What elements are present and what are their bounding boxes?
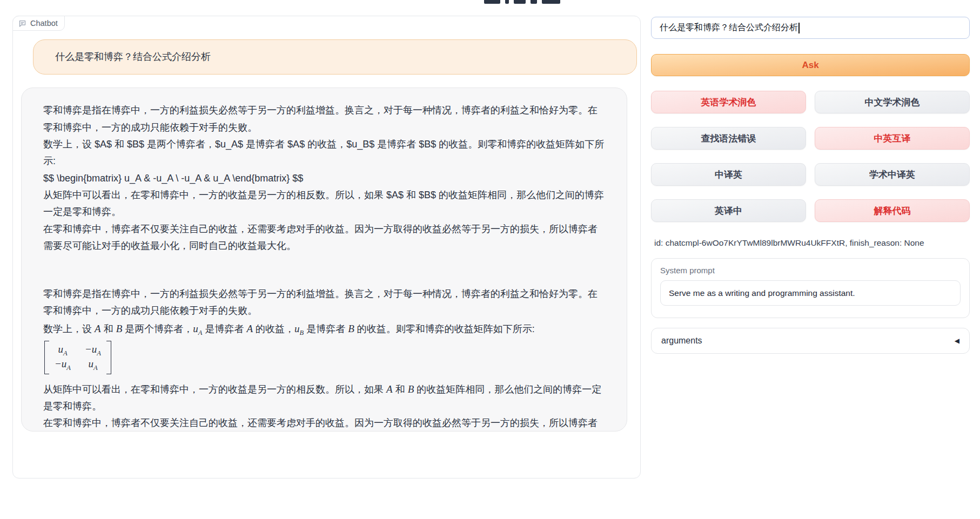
inline-math: uA	[193, 323, 202, 334]
bot-paragraph: 在零和博弈中，博弈者不仅要关注自己的收益，还需要考虑对手的收益。因为一方取得的收…	[43, 415, 605, 432]
user-message: 什么是零和博弈？结合公式介绍分析	[33, 39, 637, 75]
inline-math: uA	[88, 358, 97, 369]
system-prompt-group: System prompt Serve me as a writing and …	[651, 258, 970, 318]
quick-button-en-to-zh[interactable]: 英译中	[651, 199, 806, 222]
bot-message: 零和博弈是指在博弈中，一方的利益损失必然等于另一方的利益增益。换言之，对于每一种…	[21, 87, 627, 432]
inline-math: uB	[294, 323, 304, 334]
page-title-cropped	[484, 0, 560, 4]
arguments-accordion-label: arguments	[661, 336, 702, 346]
arguments-accordion[interactable]: arguments ◀	[651, 328, 970, 354]
bot-paragraph: 零和博弈是指在博弈中，一方的利益损失必然等于另一方的利益增益。换言之，对于每一种…	[43, 102, 605, 136]
bot-message-rendered-part: 零和博弈是指在博弈中，一方的利益损失必然等于另一方的利益增益。换言之，对于每一种…	[43, 286, 605, 432]
inline-math: B	[408, 383, 414, 395]
quick-button-zh-to-en[interactable]: 中译英	[651, 163, 806, 186]
quick-button-academic-zh-to-en[interactable]: 学术中译英	[815, 163, 970, 186]
inline-math: A	[246, 323, 253, 334]
inline-math: B	[348, 323, 354, 334]
quick-button-chinese-academic-polish[interactable]: 中文学术润色	[815, 91, 970, 113]
accordion-collapse-icon: ◀	[955, 337, 959, 345]
quick-buttons-grid: 英语学术润色 中文学术润色 查找语法错误 中英互译 中译英 学术中译英 英译中 …	[651, 91, 970, 222]
inline-math: A	[95, 323, 101, 334]
inline-math: uA	[58, 343, 67, 355]
inline-math: −uA	[85, 343, 101, 355]
bot-paragraph: 数学上，设 $A$ 和 $B$ 是两个博弈者，$u_A$ 是博弈者 $A$ 的收…	[43, 136, 605, 170]
quick-button-find-grammar-errors[interactable]: 查找语法错误	[651, 127, 806, 150]
bot-message-raw-part: 零和博弈是指在博弈中，一方的利益损失必然等于另一方的利益增益。换言之，对于每一种…	[43, 102, 605, 254]
bot-paragraph: 从矩阵中可以看出，在零和博弈中，一方的收益是另一方的相反数。所以，如果 A 和 …	[43, 380, 605, 415]
bot-paragraph: 数学上，设 A 和 B 是两个博弈者，uA 是博弈者 A 的收益，uB 是博弈者…	[43, 320, 605, 339]
quick-button-zh-en-mutual-translate[interactable]: 中英互译	[815, 127, 970, 150]
question-input[interactable]: 什么是零和博弈？结合公式介绍分析	[651, 17, 970, 39]
chat-messages: 什么是零和博弈？结合公式介绍分析 零和博弈是指在博弈中，一方的利益损失必然等于另…	[13, 16, 640, 432]
quick-button-english-academic-polish[interactable]: 英语学术润色	[651, 91, 806, 113]
system-prompt-label: System prompt	[660, 266, 961, 275]
text-caret	[798, 23, 800, 33]
response-status-line: id: chatcmpl-6wOo7KrYTwMl89lbrMWRu4UkFFX…	[654, 238, 970, 249]
quick-button-explain-code[interactable]: 解释代码	[815, 199, 970, 222]
ask-button[interactable]: Ask	[651, 54, 970, 76]
chatbot-panel: Chatbot 什么是零和博弈？结合公式介绍分析 零和博弈是指在博弈中，一方的利…	[12, 16, 641, 478]
user-message-text: 什么是零和博弈？结合公式介绍分析	[55, 49, 211, 65]
system-prompt-input[interactable]: Serve me as a writing and programming as…	[660, 280, 961, 306]
bot-paragraph: 零和博弈是指在博弈中，一方的利益损失必然等于另一方的利益增益。换言之，对于每一种…	[43, 286, 605, 320]
inline-math: −uA	[55, 358, 71, 369]
bot-paragraph: 从矩阵中可以看出，在零和博弈中，一方的收益是另一方的相反数。所以，如果 $A$ …	[43, 187, 605, 221]
bot-paragraph: $$ \begin{bmatrix} u_A & -u_A \ -u_A & u…	[43, 170, 605, 187]
inline-math: A	[386, 383, 393, 395]
question-input-value: 什么是零和博弈？结合公式介绍分析	[660, 22, 798, 33]
system-prompt-value: Serve me as a writing and programming as…	[669, 288, 855, 298]
ask-column: 什么是零和博弈？结合公式介绍分析 Ask 英语学术润色 中文学术润色 查找语法错…	[651, 17, 970, 354]
payoff-matrix: uA−uA−uAuA	[44, 341, 111, 374]
inline-math: B	[116, 323, 123, 334]
bot-paragraph: 在零和博弈中，博弈者不仅要关注自己的收益，还需要考虑对手的收益。因为一方取得的收…	[43, 221, 605, 255]
